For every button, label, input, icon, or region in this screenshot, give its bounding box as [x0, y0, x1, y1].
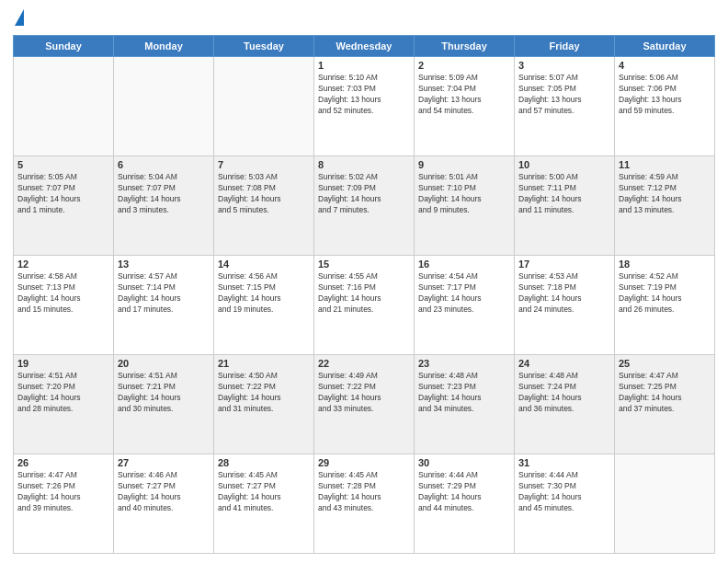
header: [13, 9, 715, 28]
calendar-cell: 29Sunrise: 4:45 AM Sunset: 7:28 PM Dayli…: [314, 454, 415, 554]
calendar-cell: 17Sunrise: 4:53 AM Sunset: 7:18 PM Dayli…: [515, 256, 615, 355]
day-number: 14: [218, 259, 310, 270]
calendar-cell: 18Sunrise: 4:52 AM Sunset: 7:19 PM Dayli…: [615, 256, 715, 355]
calendar-cell: [114, 57, 214, 156]
calendar-cell: 9Sunrise: 5:01 AM Sunset: 7:10 PM Daylig…: [415, 156, 515, 256]
day-number: 8: [318, 159, 410, 170]
day-number: 9: [418, 159, 510, 170]
day-info: Sunrise: 5:01 AM Sunset: 7:10 PM Dayligh…: [418, 172, 510, 216]
day-number: 12: [17, 259, 109, 270]
day-info: Sunrise: 4:51 AM Sunset: 7:20 PM Dayligh…: [17, 371, 109, 415]
day-of-week-header: Sunday: [14, 36, 114, 57]
day-info: Sunrise: 4:50 AM Sunset: 7:22 PM Dayligh…: [218, 371, 310, 415]
day-number: 26: [17, 457, 109, 468]
day-of-week-header: Monday: [114, 36, 214, 57]
day-number: 5: [17, 159, 109, 170]
day-number: 29: [318, 457, 410, 468]
calendar-cell: 20Sunrise: 4:51 AM Sunset: 7:21 PM Dayli…: [114, 355, 214, 454]
day-number: 20: [118, 358, 210, 369]
day-info: Sunrise: 4:44 AM Sunset: 7:30 PM Dayligh…: [518, 470, 610, 514]
day-info: Sunrise: 4:57 AM Sunset: 7:14 PM Dayligh…: [118, 271, 210, 316]
day-info: Sunrise: 5:05 AM Sunset: 7:07 PM Dayligh…: [17, 172, 109, 216]
calendar-week-row: 26Sunrise: 4:47 AM Sunset: 7:26 PM Dayli…: [14, 454, 715, 554]
day-info: Sunrise: 4:53 AM Sunset: 7:18 PM Dayligh…: [518, 271, 610, 316]
calendar-cell: 15Sunrise: 4:55 AM Sunset: 7:16 PM Dayli…: [314, 256, 415, 355]
day-number: 19: [17, 358, 109, 369]
logo: [13, 9, 24, 28]
calendar-cell: 11Sunrise: 4:59 AM Sunset: 7:12 PM Dayli…: [615, 156, 715, 256]
calendar-cell: 19Sunrise: 4:51 AM Sunset: 7:20 PM Dayli…: [14, 355, 114, 454]
calendar-cell: 14Sunrise: 4:56 AM Sunset: 7:15 PM Dayli…: [214, 256, 314, 355]
day-info: Sunrise: 5:00 AM Sunset: 7:11 PM Dayligh…: [518, 172, 610, 216]
day-number: 18: [619, 259, 711, 270]
calendar-cell: 12Sunrise: 4:58 AM Sunset: 7:13 PM Dayli…: [14, 256, 114, 355]
calendar-cell: 27Sunrise: 4:46 AM Sunset: 7:27 PM Dayli…: [114, 454, 214, 554]
day-number: 6: [118, 159, 210, 170]
calendar-week-row: 19Sunrise: 4:51 AM Sunset: 7:20 PM Dayli…: [14, 355, 715, 454]
day-info: Sunrise: 5:03 AM Sunset: 7:08 PM Dayligh…: [218, 172, 310, 216]
calendar-cell: 4Sunrise: 5:06 AM Sunset: 7:06 PM Daylig…: [615, 57, 715, 156]
calendar-cell: 30Sunrise: 4:44 AM Sunset: 7:29 PM Dayli…: [415, 454, 515, 554]
calendar-week-row: 12Sunrise: 4:58 AM Sunset: 7:13 PM Dayli…: [14, 256, 715, 355]
day-info: Sunrise: 4:58 AM Sunset: 7:13 PM Dayligh…: [17, 271, 109, 316]
day-of-week-header: Friday: [515, 36, 615, 57]
calendar-week-row: 1Sunrise: 5:10 AM Sunset: 7:03 PM Daylig…: [14, 57, 715, 156]
calendar-table: SundayMondayTuesdayWednesdayThursdayFrid…: [13, 35, 715, 554]
calendar-cell: 24Sunrise: 4:48 AM Sunset: 7:24 PM Dayli…: [515, 355, 615, 454]
day-number: 15: [318, 259, 410, 270]
day-number: 3: [518, 60, 610, 71]
calendar-cell: 16Sunrise: 4:54 AM Sunset: 7:17 PM Dayli…: [415, 256, 515, 355]
day-number: 21: [218, 358, 310, 369]
day-number: 10: [518, 159, 610, 170]
calendar-cell: 22Sunrise: 4:49 AM Sunset: 7:22 PM Dayli…: [314, 355, 415, 454]
day-info: Sunrise: 4:59 AM Sunset: 7:12 PM Dayligh…: [619, 172, 711, 216]
day-info: Sunrise: 5:07 AM Sunset: 7:05 PM Dayligh…: [518, 73, 610, 117]
day-number: 1: [318, 60, 410, 71]
day-info: Sunrise: 4:46 AM Sunset: 7:27 PM Dayligh…: [118, 470, 210, 514]
day-info: Sunrise: 4:48 AM Sunset: 7:23 PM Dayligh…: [418, 371, 510, 415]
calendar-cell: 21Sunrise: 4:50 AM Sunset: 7:22 PM Dayli…: [214, 355, 314, 454]
day-of-week-header: Saturday: [615, 36, 715, 57]
day-info: Sunrise: 4:47 AM Sunset: 7:25 PM Dayligh…: [619, 371, 711, 415]
calendar-cell: 25Sunrise: 4:47 AM Sunset: 7:25 PM Dayli…: [615, 355, 715, 454]
day-info: Sunrise: 4:45 AM Sunset: 7:27 PM Dayligh…: [218, 470, 310, 514]
day-number: 4: [619, 60, 711, 71]
day-number: 13: [118, 259, 210, 270]
day-info: Sunrise: 4:55 AM Sunset: 7:16 PM Dayligh…: [318, 271, 410, 316]
day-info: Sunrise: 4:49 AM Sunset: 7:22 PM Dayligh…: [318, 371, 410, 415]
day-number: 28: [218, 457, 310, 468]
day-info: Sunrise: 5:10 AM Sunset: 7:03 PM Dayligh…: [318, 73, 410, 117]
day-number: 30: [418, 457, 510, 468]
calendar-cell: 3Sunrise: 5:07 AM Sunset: 7:05 PM Daylig…: [515, 57, 615, 156]
calendar-cell: 2Sunrise: 5:09 AM Sunset: 7:04 PM Daylig…: [415, 57, 515, 156]
day-of-week-header: Wednesday: [314, 36, 415, 57]
calendar-cell: 6Sunrise: 5:04 AM Sunset: 7:07 PM Daylig…: [114, 156, 214, 256]
day-info: Sunrise: 5:09 AM Sunset: 7:04 PM Dayligh…: [418, 73, 510, 117]
calendar-cell: 7Sunrise: 5:03 AM Sunset: 7:08 PM Daylig…: [214, 156, 314, 256]
day-number: 2: [418, 60, 510, 71]
calendar-cell: 1Sunrise: 5:10 AM Sunset: 7:03 PM Daylig…: [314, 57, 415, 156]
day-info: Sunrise: 5:06 AM Sunset: 7:06 PM Dayligh…: [619, 73, 711, 117]
page: SundayMondayTuesdayWednesdayThursdayFrid…: [0, 0, 728, 563]
logo-triangle-icon: [15, 9, 24, 26]
calendar-cell: 13Sunrise: 4:57 AM Sunset: 7:14 PM Dayli…: [114, 256, 214, 355]
day-info: Sunrise: 4:54 AM Sunset: 7:17 PM Dayligh…: [418, 271, 510, 316]
day-number: 27: [118, 457, 210, 468]
day-info: Sunrise: 5:04 AM Sunset: 7:07 PM Dayligh…: [118, 172, 210, 216]
day-info: Sunrise: 4:45 AM Sunset: 7:28 PM Dayligh…: [318, 470, 410, 514]
calendar-cell: [14, 57, 114, 156]
day-of-week-header: Thursday: [415, 36, 515, 57]
day-info: Sunrise: 4:47 AM Sunset: 7:26 PM Dayligh…: [17, 470, 109, 514]
day-info: Sunrise: 4:51 AM Sunset: 7:21 PM Dayligh…: [118, 371, 210, 415]
day-info: Sunrise: 4:52 AM Sunset: 7:19 PM Dayligh…: [619, 271, 711, 316]
day-number: 17: [518, 259, 610, 270]
calendar-cell: [615, 454, 715, 554]
day-number: 11: [619, 159, 711, 170]
day-info: Sunrise: 4:48 AM Sunset: 7:24 PM Dayligh…: [518, 371, 610, 415]
calendar-header-row: SundayMondayTuesdayWednesdayThursdayFrid…: [14, 36, 715, 57]
day-number: 23: [418, 358, 510, 369]
day-number: 22: [318, 358, 410, 369]
day-number: 31: [518, 457, 610, 468]
calendar-cell: 5Sunrise: 5:05 AM Sunset: 7:07 PM Daylig…: [14, 156, 114, 256]
calendar-cell: 28Sunrise: 4:45 AM Sunset: 7:27 PM Dayli…: [214, 454, 314, 554]
